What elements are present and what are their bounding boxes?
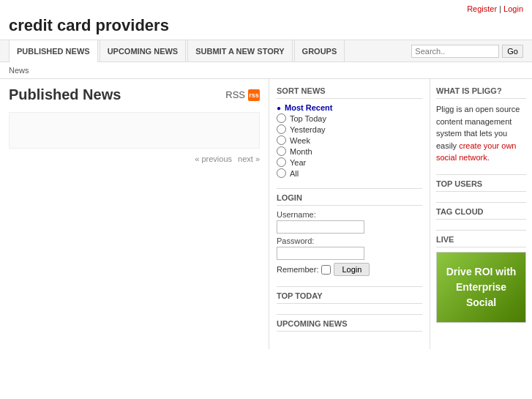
pagination: « previous next »	[9, 154, 260, 163]
header-auth-links: Register | Login	[467, 4, 523, 13]
what-text-after: .	[487, 153, 490, 162]
divider-topusers-tagcloud	[436, 202, 526, 203]
sort-week-radio[interactable]	[277, 135, 286, 145]
sort-most-recent-label: Most Recent	[285, 103, 332, 112]
sort-all-radio[interactable]	[277, 168, 286, 178]
live-ad-box: Drive ROI with Enterprise Social	[436, 252, 526, 323]
sort-top-today-label: Top Today	[290, 114, 326, 123]
divider-what-topusers	[436, 174, 526, 175]
nav-item-submit-story[interactable]: SUBMIT A NEW STORY	[187, 40, 292, 62]
tag-cloud-title: TAG CLOUD	[436, 207, 526, 220]
sort-month-radio[interactable]	[277, 146, 286, 156]
what-is-pligg-title: WHAT IS PLIGG?	[436, 86, 526, 99]
main-content: Published News RSS rss « previous next »	[0, 79, 269, 349]
rss-area: RSS rss	[225, 89, 260, 101]
subnav: News	[0, 62, 532, 79]
sort-week[interactable]: Week	[277, 135, 422, 145]
story-list	[9, 112, 260, 149]
login-section: LOGIN Username: Password: Remember: Logi…	[277, 193, 422, 276]
nav-item-upcoming-news[interactable]: UPCOMING NEWS	[100, 40, 187, 62]
search-area: Go	[411, 45, 523, 58]
divider-login-toptoday	[277, 286, 422, 287]
remember-label: Remember:	[277, 265, 318, 274]
login-link[interactable]: Login	[503, 4, 523, 13]
top-users-section: TOP USERS	[436, 179, 526, 192]
rss-label: RSS	[225, 89, 245, 100]
divider-toptoday-upcoming	[277, 314, 422, 315]
live-title: LIVE	[436, 235, 526, 247]
right-panel: WHAT IS PLIGG? Pligg is an open source c…	[430, 79, 532, 349]
sort-all[interactable]: All	[277, 168, 422, 178]
login-button[interactable]: Login	[334, 263, 370, 276]
what-is-pligg-text: Pligg is an open source content manageme…	[436, 103, 526, 164]
username-label: Username:	[277, 210, 422, 219]
main-nav: PUBLISHED NEWS UPCOMING NEWS SUBMIT A NE…	[0, 40, 532, 62]
username-input[interactable]	[277, 220, 364, 234]
nav-item-groups[interactable]: GROUPS	[294, 40, 345, 62]
sort-most-recent[interactable]: ● Most Recent	[277, 103, 422, 112]
next-page-link[interactable]: next »	[238, 154, 260, 163]
top-users-title: TOP USERS	[436, 179, 526, 192]
sort-month[interactable]: Month	[277, 146, 422, 156]
search-button[interactable]: Go	[502, 45, 523, 58]
live-section: LIVE Drive ROI with Enterprise Social	[436, 235, 526, 323]
sort-news-title: SORT NEWS	[277, 86, 422, 99]
register-link[interactable]: Register	[467, 4, 497, 13]
prev-page-link[interactable]: « previous	[195, 154, 232, 163]
sort-yesterday[interactable]: Yesterday	[277, 124, 422, 134]
login-title: LOGIN	[277, 193, 422, 206]
username-field: Username:	[277, 210, 422, 234]
sort-top-today[interactable]: Top Today	[277, 113, 422, 123]
sidebar: SORT NEWS ● Most Recent Top Today Yester…	[269, 79, 430, 349]
top-today-title: TOP TODAY	[277, 291, 422, 304]
sort-year-radio[interactable]	[277, 157, 286, 167]
sort-yesterday-radio[interactable]	[277, 124, 286, 134]
divider-tagcloud-live	[436, 230, 526, 231]
remember-row: Remember: Login	[277, 263, 422, 276]
sort-options: ● Most Recent Top Today Yesterday Week	[277, 103, 422, 178]
sort-week-label: Week	[290, 136, 310, 145]
tag-cloud-section: TAG CLOUD	[436, 207, 526, 220]
sort-top-today-radio[interactable]	[277, 113, 286, 123]
password-label: Password:	[277, 236, 422, 245]
search-input[interactable]	[411, 45, 499, 58]
what-is-pligg-section: WHAT IS PLIGG? Pligg is an open source c…	[436, 86, 526, 164]
sort-yesterday-label: Yesterday	[290, 125, 326, 134]
rss-icon[interactable]: rss	[248, 89, 260, 101]
password-field: Password:	[277, 236, 422, 260]
site-title: credit card providers	[9, 16, 523, 35]
password-input[interactable]	[277, 247, 364, 260]
live-ad-content: Drive ROI with Enterprise Social	[437, 253, 525, 322]
upcoming-news-title: UPCOMING NEWS	[277, 319, 422, 332]
top-today-section: TOP TODAY	[277, 291, 422, 304]
nav-item-published-news[interactable]: PUBLISHED NEWS	[9, 40, 98, 62]
divider-sort-login	[277, 188, 422, 189]
remember-checkbox[interactable]	[321, 265, 331, 275]
subnav-news[interactable]: News	[9, 66, 29, 75]
sort-month-label: Month	[290, 147, 312, 156]
upcoming-news-section: UPCOMING NEWS	[277, 319, 422, 332]
sort-all-label: All	[290, 169, 299, 178]
sort-year[interactable]: Year	[277, 157, 422, 167]
sort-news-section: SORT NEWS ● Most Recent Top Today Yester…	[277, 86, 422, 178]
page-title: Published News	[9, 86, 121, 103]
sort-year-label: Year	[290, 158, 306, 167]
